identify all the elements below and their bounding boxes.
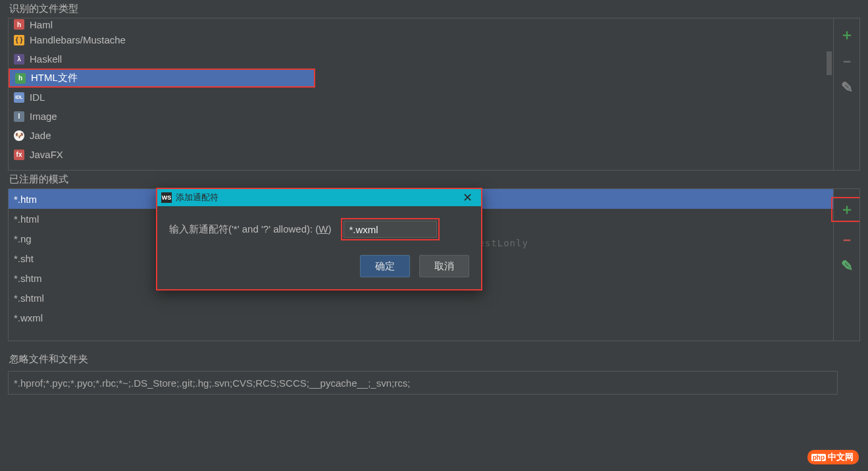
file-type-row[interactable]: h Haml [9, 18, 825, 30]
file-type-row[interactable]: IDL IDL [9, 88, 825, 107]
dialog-close-button[interactable]: ✕ [457, 190, 477, 205]
registered-patterns-label: 已注册的模式 [0, 171, 868, 188]
pattern-row[interactable]: *.shtml [9, 288, 833, 308]
file-types-toolbar: ＋ － ✎ [833, 18, 859, 170]
remove-file-type-button[interactable]: － [838, 53, 855, 70]
add-pattern-button[interactable]: ＋ [831, 197, 861, 222]
ignore-files-input[interactable]: *.hprof;*.pyc;*.pyo;*.rbc;*~;.DS_Store;.… [8, 371, 838, 395]
edit-pattern-button[interactable]: ✎ [838, 258, 855, 275]
dialog-prompt-label: 输入新通配符('*' and '?' allowed): (W) [169, 223, 332, 236]
remove-pattern-button[interactable]: － [838, 231, 855, 248]
pattern-row[interactable]: *.wxml [9, 308, 833, 327]
haml-icon: h [14, 19, 24, 30]
footer-brand-logo: php 中文网 [807, 450, 859, 464]
wildcard-input[interactable] [344, 221, 437, 238]
file-type-label: Haml [30, 19, 53, 30]
file-type-label: Jade [30, 130, 51, 141]
image-icon: I [14, 111, 24, 122]
file-type-label: Image [30, 111, 57, 122]
file-types-panel: h Haml { } Handlebars/Mustache λ Haskell… [8, 18, 860, 171]
file-type-label: Haskell [30, 53, 62, 65]
pattern-label: *.html [14, 213, 39, 225]
file-type-row[interactable]: fx JavaFX [9, 145, 825, 164]
file-type-row[interactable]: I Image [9, 107, 825, 126]
file-type-label: HTML文件 [31, 72, 78, 84]
javafx-icon: fx [14, 150, 24, 160]
file-types-scrollbar[interactable] [825, 18, 833, 170]
app-logo-icon: WS [161, 192, 172, 203]
footer-brand-icon: php [811, 454, 826, 461]
dialog-title-text: 添加通配符 [176, 192, 218, 204]
pattern-label: *.shtml [14, 292, 44, 304]
file-type-label: IDL [30, 92, 45, 103]
add-file-type-button[interactable]: ＋ [838, 26, 855, 43]
pattern-label: *.sht [14, 253, 34, 264]
pattern-label: *.shtm [14, 273, 42, 284]
file-types-list[interactable]: h Haml { } Handlebars/Mustache λ Haskell… [9, 18, 825, 170]
html-icon: h [15, 73, 26, 84]
dialog-titlebar[interactable]: WS 添加通配符 ✕ [157, 189, 481, 206]
footer-brand-text: 中文网 [828, 451, 854, 463]
add-wildcard-dialog: WS 添加通配符 ✕ 输入新通配符('*' and '?' allowed): … [156, 188, 482, 291]
patterns-toolbar: ＋ － ✎ [833, 189, 859, 341]
recognized-types-label: 识别的文件类型 [0, 0, 868, 18]
edit-file-type-button[interactable]: ✎ [838, 79, 855, 96]
idl-icon: IDL [14, 92, 24, 103]
file-type-row[interactable]: λ Haskell [9, 49, 825, 69]
file-type-row[interactable]: 🐶 Jade [9, 126, 825, 145]
ignore-files-label: 忽略文件和文件夹 [0, 350, 868, 368]
dialog-ok-button[interactable]: 确定 [360, 255, 410, 277]
dialog-input-highlight [341, 218, 440, 240]
file-type-row-selected[interactable]: h HTML文件 [9, 69, 315, 88]
dialog-cancel-button[interactable]: 取消 [419, 255, 469, 277]
file-type-row[interactable]: { } Handlebars/Mustache [9, 30, 825, 49]
ignore-files-value: *.hprof;*.pyc;*.pyo;*.rbc;*~;.DS_Store;.… [14, 377, 410, 389]
handlebars-icon: { } [14, 35, 24, 45]
file-type-label: JavaFX [30, 149, 63, 160]
pattern-label: *.wxml [14, 312, 43, 323]
pattern-label: *.htm [14, 194, 37, 205]
haskell-icon: λ [14, 54, 24, 65]
scrollbar-thumb[interactable] [827, 51, 832, 75]
file-type-label: Handlebars/Mustache [30, 34, 126, 45]
pattern-label: *.ng [14, 233, 32, 244]
jade-icon: 🐶 [14, 130, 24, 141]
